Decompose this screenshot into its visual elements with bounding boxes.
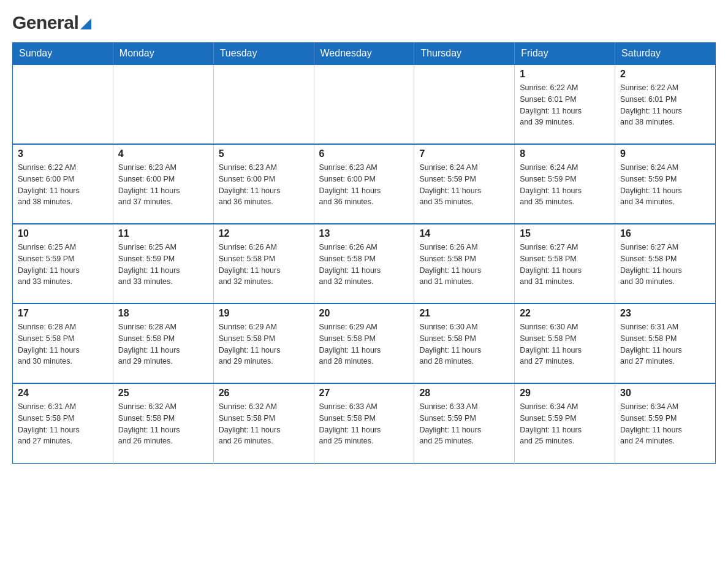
calendar-cell [414, 64, 515, 144]
day-number: 19 [219, 308, 309, 319]
calendar-cell: 16Sunrise: 6:27 AM Sunset: 5:58 PM Dayli… [615, 224, 716, 304]
calendar-cell: 23Sunrise: 6:31 AM Sunset: 5:58 PM Dayli… [615, 304, 716, 383]
day-number: 25 [118, 388, 208, 399]
day-info: Sunrise: 6:31 AM Sunset: 5:58 PM Dayligh… [620, 321, 710, 367]
calendar-cell: 10Sunrise: 6:25 AM Sunset: 5:59 PM Dayli… [13, 224, 113, 304]
calendar-cell: 7Sunrise: 6:24 AM Sunset: 5:59 PM Daylig… [414, 144, 515, 224]
day-number: 10 [18, 228, 108, 239]
weekday-header-sunday: Sunday [13, 43, 113, 65]
day-info: Sunrise: 6:24 AM Sunset: 5:59 PM Dayligh… [419, 162, 509, 208]
day-info: Sunrise: 6:28 AM Sunset: 5:58 PM Dayligh… [18, 321, 108, 367]
day-number: 21 [419, 308, 509, 319]
day-number: 17 [18, 308, 108, 319]
calendar-week-4: 17Sunrise: 6:28 AM Sunset: 5:58 PM Dayli… [13, 304, 716, 383]
day-info: Sunrise: 6:32 AM Sunset: 5:58 PM Dayligh… [118, 401, 208, 447]
calendar-cell [213, 64, 314, 144]
day-info: Sunrise: 6:30 AM Sunset: 5:58 PM Dayligh… [520, 321, 610, 367]
calendar-cell: 24Sunrise: 6:31 AM Sunset: 5:58 PM Dayli… [13, 383, 113, 463]
day-info: Sunrise: 6:28 AM Sunset: 5:58 PM Dayligh… [118, 321, 208, 367]
calendar-cell [113, 64, 213, 144]
day-info: Sunrise: 6:24 AM Sunset: 5:59 PM Dayligh… [620, 162, 710, 208]
logo-line1: General [12, 12, 91, 33]
day-info: Sunrise: 6:22 AM Sunset: 6:00 PM Dayligh… [18, 162, 108, 208]
day-info: Sunrise: 6:23 AM Sunset: 6:00 PM Dayligh… [219, 162, 309, 208]
day-number: 30 [620, 388, 710, 399]
weekday-header-wednesday: Wednesday [314, 43, 414, 65]
calendar-cell: 13Sunrise: 6:26 AM Sunset: 5:58 PM Dayli… [314, 224, 414, 304]
calendar-cell: 5Sunrise: 6:23 AM Sunset: 6:00 PM Daylig… [213, 144, 314, 224]
calendar-cell: 15Sunrise: 6:27 AM Sunset: 5:58 PM Dayli… [515, 224, 615, 304]
day-number: 2 [620, 69, 710, 80]
calendar-week-5: 24Sunrise: 6:31 AM Sunset: 5:58 PM Dayli… [13, 383, 716, 463]
day-info: Sunrise: 6:27 AM Sunset: 5:58 PM Dayligh… [620, 242, 710, 288]
day-info: Sunrise: 6:26 AM Sunset: 5:58 PM Dayligh… [219, 242, 309, 288]
calendar-cell: 3Sunrise: 6:22 AM Sunset: 6:00 PM Daylig… [13, 144, 113, 224]
day-number: 16 [620, 228, 710, 239]
calendar-table: SundayMondayTuesdayWednesdayThursdayFrid… [12, 42, 716, 464]
day-info: Sunrise: 6:33 AM Sunset: 5:58 PM Dayligh… [319, 401, 409, 447]
day-number: 5 [219, 148, 309, 159]
calendar-cell: 4Sunrise: 6:23 AM Sunset: 6:00 PM Daylig… [113, 144, 213, 224]
calendar-week-1: 1Sunrise: 6:22 AM Sunset: 6:01 PM Daylig… [13, 64, 716, 144]
calendar-cell: 8Sunrise: 6:24 AM Sunset: 5:59 PM Daylig… [515, 144, 615, 224]
day-number: 6 [319, 148, 409, 159]
weekday-header-thursday: Thursday [414, 43, 515, 65]
calendar-week-3: 10Sunrise: 6:25 AM Sunset: 5:59 PM Dayli… [13, 224, 716, 304]
weekday-header-monday: Monday [113, 43, 213, 65]
day-info: Sunrise: 6:23 AM Sunset: 6:00 PM Dayligh… [118, 162, 208, 208]
day-number: 20 [319, 308, 409, 319]
calendar-cell: 12Sunrise: 6:26 AM Sunset: 5:58 PM Dayli… [213, 224, 314, 304]
calendar-cell: 18Sunrise: 6:28 AM Sunset: 5:58 PM Dayli… [113, 304, 213, 383]
calendar-cell [13, 64, 113, 144]
day-number: 13 [319, 228, 409, 239]
day-number: 14 [419, 228, 509, 239]
day-info: Sunrise: 6:34 AM Sunset: 5:59 PM Dayligh… [520, 401, 610, 447]
day-info: Sunrise: 6:23 AM Sunset: 6:00 PM Dayligh… [319, 162, 409, 208]
day-info: Sunrise: 6:25 AM Sunset: 5:59 PM Dayligh… [18, 242, 108, 288]
calendar-cell: 11Sunrise: 6:25 AM Sunset: 5:59 PM Dayli… [113, 224, 213, 304]
svg-marker-0 [80, 18, 91, 29]
day-number: 7 [419, 148, 509, 159]
calendar-cell: 27Sunrise: 6:33 AM Sunset: 5:58 PM Dayli… [314, 383, 414, 463]
calendar-cell: 30Sunrise: 6:34 AM Sunset: 5:59 PM Dayli… [615, 383, 716, 463]
day-info: Sunrise: 6:32 AM Sunset: 5:58 PM Dayligh… [219, 401, 309, 447]
calendar-cell: 2Sunrise: 6:22 AM Sunset: 6:01 PM Daylig… [615, 64, 716, 144]
day-info: Sunrise: 6:24 AM Sunset: 5:59 PM Dayligh… [520, 162, 610, 208]
day-number: 28 [419, 388, 509, 399]
day-number: 12 [219, 228, 309, 239]
calendar-cell: 25Sunrise: 6:32 AM Sunset: 5:58 PM Dayli… [113, 383, 213, 463]
calendar-cell: 29Sunrise: 6:34 AM Sunset: 5:59 PM Dayli… [515, 383, 615, 463]
day-info: Sunrise: 6:22 AM Sunset: 6:01 PM Dayligh… [620, 82, 710, 128]
day-info: Sunrise: 6:26 AM Sunset: 5:58 PM Dayligh… [319, 242, 409, 288]
page-header: General [12, 12, 716, 33]
day-number: 27 [319, 388, 409, 399]
day-info: Sunrise: 6:33 AM Sunset: 5:59 PM Dayligh… [419, 401, 509, 447]
calendar-cell: 21Sunrise: 6:30 AM Sunset: 5:58 PM Dayli… [414, 304, 515, 383]
day-info: Sunrise: 6:29 AM Sunset: 5:58 PM Dayligh… [319, 321, 409, 367]
day-number: 11 [118, 228, 208, 239]
day-number: 24 [18, 388, 108, 399]
day-number: 26 [219, 388, 309, 399]
day-number: 9 [620, 148, 710, 159]
calendar-cell: 22Sunrise: 6:30 AM Sunset: 5:58 PM Dayli… [515, 304, 615, 383]
weekday-header-saturday: Saturday [615, 43, 716, 65]
day-info: Sunrise: 6:27 AM Sunset: 5:58 PM Dayligh… [520, 242, 610, 288]
day-number: 15 [520, 228, 610, 239]
day-number: 3 [18, 148, 108, 159]
day-info: Sunrise: 6:30 AM Sunset: 5:58 PM Dayligh… [419, 321, 509, 367]
day-number: 1 [520, 69, 610, 80]
day-number: 8 [520, 148, 610, 159]
day-info: Sunrise: 6:22 AM Sunset: 6:01 PM Dayligh… [520, 82, 610, 128]
day-number: 23 [620, 308, 710, 319]
calendar-cell: 26Sunrise: 6:32 AM Sunset: 5:58 PM Dayli… [213, 383, 314, 463]
calendar-cell: 19Sunrise: 6:29 AM Sunset: 5:58 PM Dayli… [213, 304, 314, 383]
calendar-cell [314, 64, 414, 144]
day-info: Sunrise: 6:31 AM Sunset: 5:58 PM Dayligh… [18, 401, 108, 447]
calendar-cell: 1Sunrise: 6:22 AM Sunset: 6:01 PM Daylig… [515, 64, 615, 144]
calendar-cell: 14Sunrise: 6:26 AM Sunset: 5:58 PM Dayli… [414, 224, 515, 304]
calendar-cell: 9Sunrise: 6:24 AM Sunset: 5:59 PM Daylig… [615, 144, 716, 224]
weekday-header-tuesday: Tuesday [213, 43, 314, 65]
day-info: Sunrise: 6:26 AM Sunset: 5:58 PM Dayligh… [419, 242, 509, 288]
day-number: 4 [118, 148, 208, 159]
day-info: Sunrise: 6:29 AM Sunset: 5:58 PM Dayligh… [219, 321, 309, 367]
